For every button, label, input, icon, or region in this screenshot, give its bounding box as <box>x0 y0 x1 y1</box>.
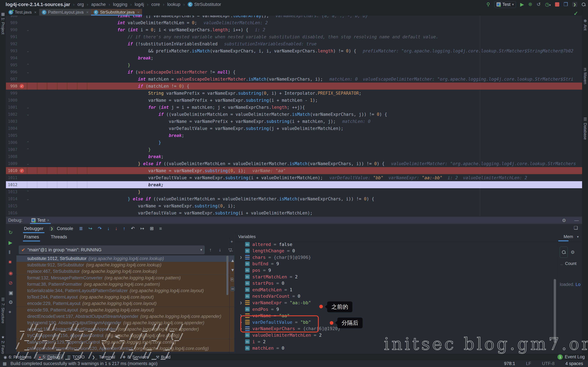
variables-scrollbar[interactable] <box>554 279 556 343</box>
tab-threads[interactable]: Threads <box>50 233 68 241</box>
code-line[interactable]: 1014⌄} else if ((valueDelimiterMatchLen … <box>6 195 582 202</box>
resume-icon[interactable]: ▶ <box>9 240 12 245</box>
breakpoint-icon[interactable]: ✓ <box>20 84 24 88</box>
layout-grid-icon[interactable]: ▦ <box>3 361 7 366</box>
stack-frame-row[interactable]: tryAppend:190, AbstractOutputStreamAppen… <box>17 320 234 326</box>
variable-row-startPos[interactable]: 01startPos = 0 <box>236 280 557 287</box>
code-line[interactable]: 992if (!substitutionInVariablesEnabledsu… <box>6 40 582 47</box>
code-line[interactable]: 1006⌃} <box>6 139 582 146</box>
code-line[interactable]: 994break; <box>6 54 582 61</box>
fold-marker-icon[interactable]: ⌄ <box>26 70 29 74</box>
sidebar-item-project[interactable]: ▦1: Project <box>1 12 5 34</box>
code-line[interactable]: 1011varDefaultValue = varNameExpr.substr… <box>6 174 582 181</box>
frames-scrollbar[interactable] <box>226 256 228 295</box>
thread-selector[interactable]: ✔ "main"@1 in group "main": RUNNING ▾ <box>19 246 205 254</box>
code-line[interactable]: 1009⌄} else if ((valueDelimiterMatchLen … <box>6 160 582 167</box>
code-line[interactable]: 998✓if (matchLen != 0) { <box>6 83 582 90</box>
stack-frame-row[interactable]: directEncodeEvent:197, AbstractOutputStr… <box>17 313 234 320</box>
evaluate-infinity-icon[interactable]: ∞ <box>231 287 235 291</box>
memory-view-tab[interactable]: Mem <box>563 234 573 239</box>
stack-frame-row[interactable]: callAppender0:129, AppenderControl(org.a… <box>17 339 234 345</box>
stack-frame-row[interactable]: tryCallAppender:156, AppenderControl(org… <box>17 333 234 339</box>
code-line[interactable]: 1012break; <box>6 181 582 188</box>
fold-marker-icon[interactable]: ⌄ <box>26 197 29 201</box>
fold-marker-icon[interactable]: ⌃ <box>26 141 29 144</box>
code-line[interactable]: 996⌄if (valueEscapeDelimiterMatcher != n… <box>6 68 582 75</box>
profiler-clock-icon[interactable]: ◷▾ <box>545 2 551 7</box>
run-icon[interactable]: ▶ <box>520 2 524 7</box>
code-line[interactable]: 1016varDefaultValue = varNameExpr.substr… <box>6 209 582 216</box>
editor-tab-patternlayout-java[interactable]: CPatternLayout.java× <box>39 9 91 16</box>
fold-marker-icon[interactable]: ⌄ <box>26 49 29 53</box>
breadcrumb-item[interactable]: logging <box>113 2 127 7</box>
line-number[interactable]: 1002 <box>6 112 17 117</box>
variable-row-altered[interactable]: 01altered = false <box>236 242 557 248</box>
line-number[interactable]: 1004 <box>6 126 17 131</box>
toolwindow-todo[interactable]: ☰TODO <box>64 354 88 360</box>
breadcrumb-item[interactable]: log4j <box>135 2 144 7</box>
show-execution-point-icon[interactable]: ↪ <box>88 226 92 231</box>
pause-icon[interactable]: ‖ <box>9 250 10 255</box>
thread-dump-icon[interactable]: ▣ <box>9 290 13 296</box>
gear-icon[interactable]: ⚙ <box>571 250 575 255</box>
step-into-icon[interactable]: ↓ <box>107 226 110 231</box>
variable-row-endPos[interactable]: 01endPos = 9 <box>236 306 557 312</box>
line-number[interactable]: 1005 <box>6 133 17 138</box>
variable-row-matchLen[interactable]: 01matchLen = 0 <box>236 345 557 351</box>
variable-row-valueDelimiterMatchLen[interactable]: 01valueDelimiterMatchLen = 2 <box>236 332 557 338</box>
stack-frame-row[interactable]: toText:244, PatternLayout(org.apache.log… <box>17 294 234 300</box>
drop-frame-icon[interactable]: ↶ <box>131 226 135 231</box>
code-line[interactable]: 1013⌃} <box>6 188 582 195</box>
event-log[interactable]: 1 Event Log <box>557 354 585 360</box>
line-number[interactable]: 1001 <box>6 105 17 110</box>
close-icon[interactable]: × <box>86 10 88 15</box>
fold-marker-icon[interactable]: ⌄ <box>26 28 29 32</box>
variable-row-endMatchLen[interactable]: 01endMatchLen = 1 <box>236 286 557 293</box>
stack-frame-row[interactable]: encode:229, PatternLayout(org.apache.log… <box>17 300 234 307</box>
line-number[interactable]: 988 <box>6 16 17 18</box>
code-line[interactable]: 1008break; <box>6 153 582 160</box>
tab-debugger[interactable]: Debugger <box>23 225 44 233</box>
stack-frame-row[interactable]: callAppenderPreventRecursion:120, Append… <box>17 345 234 352</box>
variable-row-pos[interactable]: 01pos = 9 <box>236 267 557 274</box>
mute-breakpoints-icon[interactable]: ⊘ <box>9 280 13 286</box>
breakpoint-icon[interactable]: ✓ <box>20 169 24 173</box>
stack-frame-row[interactable]: substitute:912, StrSubstitutor(org.apach… <box>17 262 234 268</box>
tab-frames[interactable]: Frames <box>23 233 40 241</box>
up-arrow-icon[interactable]: ↑ <box>209 247 212 252</box>
stop-icon[interactable] <box>555 2 559 7</box>
line-number[interactable]: 1009 <box>6 161 17 166</box>
stack-frame-row[interactable]: format:38, PatternFormatter(org.apache.l… <box>17 281 234 288</box>
restore-layout-icon[interactable]: ❏ <box>574 225 578 230</box>
scroll-up-icon[interactable]: ▲ <box>231 258 235 263</box>
search-icon[interactable] <box>581 2 586 7</box>
stack-frame-row[interactable]: format:132, MessagePatternConverter(org.… <box>17 275 234 281</box>
line-number[interactable]: 993 <box>6 49 17 53</box>
variable-row-varNameExpr[interactable]: ❯varNameExpr = "aa:-bb" <box>236 299 557 306</box>
force-step-into-icon[interactable]: ↓ <box>115 226 117 231</box>
toolwindow-build[interactable]: ⚒Build <box>152 354 174 360</box>
sidebar-item-structure[interactable]: ☰7: Structure <box>1 297 5 323</box>
line-number[interactable]: 1006 <box>6 140 17 145</box>
close-icon[interactable]: × <box>34 10 37 15</box>
code-line[interactable]: 1010✓varName = varNameExpr.substring(0, … <box>6 167 582 174</box>
code-line[interactable]: 1005break; <box>6 132 582 139</box>
hide-icon[interactable]: — <box>574 218 579 223</box>
load-link[interactable]: Lo <box>576 282 580 287</box>
variable-row-startMatchLen[interactable]: 01startMatchLen = 2 <box>236 274 557 280</box>
line-number[interactable]: 992 <box>6 42 17 46</box>
stop-icon[interactable]: ■ <box>9 259 11 265</box>
layout-settings-icon[interactable]: ≣ <box>79 226 83 231</box>
line-ending[interactable]: LF <box>526 361 531 366</box>
line-number[interactable]: 997 <box>6 77 17 81</box>
step-over-icon[interactable]: ↷ <box>98 226 102 231</box>
fold-marker-icon[interactable]: ⌄ <box>26 105 29 109</box>
chevron-right-icon[interactable]: ❯ <box>240 301 242 305</box>
code-line[interactable]: 995⌃} <box>6 61 582 68</box>
code-line[interactable]: 997int matchLen = valueEscapeDelimiterMa… <box>6 75 582 83</box>
variable-row-nestedVarCount[interactable]: 01nestedVarCount = 0 <box>236 293 557 300</box>
add-watch-icon[interactable]: + <box>231 239 233 244</box>
line-number[interactable]: 1011 <box>6 175 17 180</box>
terminal-window-icon[interactable]: ❯ <box>572 2 577 7</box>
toolwindow-problems[interactable]: ◉6: Problems <box>0 354 35 360</box>
